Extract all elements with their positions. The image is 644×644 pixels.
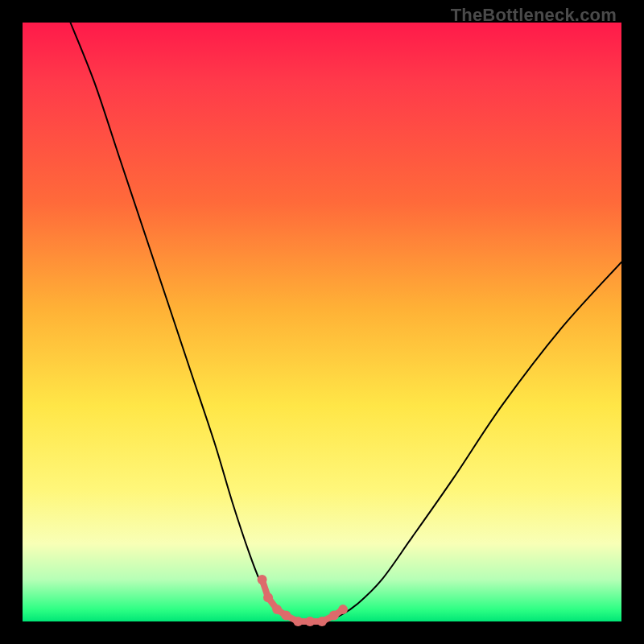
sweet-spot-dot (272, 605, 282, 614)
sweet-spot-markers (258, 575, 348, 626)
bottleneck-curve (71, 23, 622, 622)
sweet-spot-dot (263, 592, 273, 602)
watermark-text: TheBottleneck.com (451, 5, 617, 26)
curve-layer (23, 23, 621, 621)
sweet-spot-dot (293, 617, 303, 626)
chart-frame: TheBottleneck.com (0, 0, 644, 644)
sweet-spot-dot (329, 611, 339, 621)
sweet-spot-dot (305, 617, 315, 626)
sweet-spot-dot (338, 605, 348, 614)
sweet-spot-dot (258, 575, 267, 584)
sweet-spot-dot (317, 617, 327, 626)
plot-area (23, 23, 621, 621)
sweet-spot-dot (281, 611, 291, 621)
